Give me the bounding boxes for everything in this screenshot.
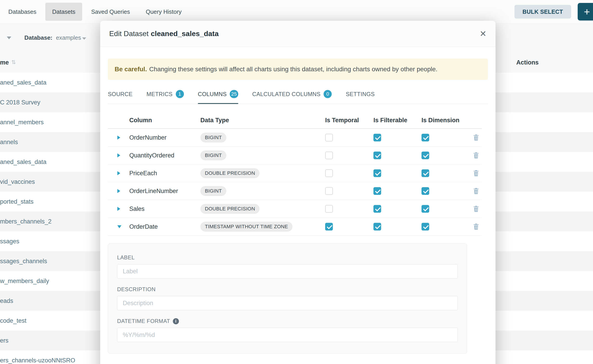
is-temporal-checkbox[interactable]: [325, 223, 333, 230]
close-icon[interactable]: ✕: [480, 30, 487, 38]
database-filter-value[interactable]: examples: [56, 34, 81, 41]
tab-count-badge: 0: [323, 90, 332, 98]
dataset-link[interactable]: code_test: [0, 317, 26, 324]
data-type-pill: DOUBLE PRECISION: [200, 168, 259, 178]
tab-calculated-columns[interactable]: CALCULATED COLUMNS0: [252, 84, 332, 104]
nav-item-saved-queries[interactable]: Saved Queries: [84, 3, 137, 21]
header-data-type: Data Type: [200, 117, 322, 124]
info-icon[interactable]: [173, 318, 179, 324]
data-type-pill: DOUBLE PRECISION: [200, 204, 259, 214]
label-input[interactable]: [117, 264, 458, 279]
dataset-link[interactable]: ported_stats: [0, 198, 34, 205]
delete-column-icon[interactable]: [473, 223, 480, 230]
expand-caret-icon[interactable]: [117, 189, 120, 193]
tab-count-badge: 25: [230, 90, 238, 98]
is-filterable-checkbox[interactable]: [373, 134, 381, 141]
description-input[interactable]: [117, 296, 458, 310]
delete-column-icon[interactable]: [473, 134, 480, 141]
tab-settings[interactable]: SETTINGS: [346, 84, 375, 104]
is-filterable-checkbox[interactable]: [373, 223, 381, 230]
column-name: OrderNumber: [129, 134, 200, 141]
is-dimension-checkbox[interactable]: [422, 205, 429, 213]
bulk-select-button[interactable]: BULK SELECT: [514, 5, 571, 19]
tab-columns[interactable]: COLUMNS25: [198, 84, 238, 104]
tab-label: CALCULATED COLUMNS: [252, 91, 321, 98]
nav-tabs: DatabasesDatasetsSaved QueriesQuery Hist…: [0, 0, 190, 23]
delete-column-icon[interactable]: [473, 152, 480, 159]
dataset-link[interactable]: C 2018 Survey: [0, 99, 40, 106]
tab-label: SETTINGS: [346, 91, 375, 98]
is-dimension-checkbox[interactable]: [422, 187, 429, 195]
dataset-link[interactable]: annels: [0, 139, 18, 146]
dataset-link[interactable]: vid_vaccines: [0, 178, 35, 185]
expand-caret-icon[interactable]: [117, 225, 121, 228]
is-temporal-checkbox[interactable]: [325, 134, 333, 141]
label-field-label-text: LABEL: [117, 254, 135, 261]
modal-header: Edit Datasetcleaned_sales_data ✕: [100, 21, 495, 47]
description-field-label-text: DESCRIPTION: [117, 286, 156, 292]
is-dimension-checkbox[interactable]: [422, 134, 429, 141]
dataset-link[interactable]: aned_sales_data: [0, 79, 46, 86]
is-temporal-checkbox[interactable]: [325, 152, 333, 159]
dataset-link[interactable]: ssages_channels: [0, 258, 47, 265]
chevron-down-icon[interactable]: [82, 38, 86, 40]
datetime-format-input[interactable]: [117, 328, 458, 342]
is-temporal-checkbox[interactable]: [325, 187, 333, 195]
column-detail-panel: LABEL DESCRIPTION DATETIME FORMAT: [108, 243, 467, 354]
name-column-header[interactable]: me: [0, 59, 9, 66]
warning-text: Changing these settings will affect all …: [149, 66, 437, 73]
tab-metrics[interactable]: METRICS1: [146, 84, 184, 104]
delete-column-icon[interactable]: [473, 169, 480, 177]
column-row: OrderNumberBIGINT: [108, 129, 482, 147]
header-is-filterable: Is Filterable: [370, 117, 419, 124]
dataset-link[interactable]: annel_members: [0, 119, 44, 126]
dataset-link[interactable]: w_members_daily: [0, 278, 49, 285]
is-filterable-checkbox[interactable]: [373, 205, 381, 213]
collapse-caret-icon[interactable]: [7, 37, 11, 39]
warning-banner: Be careful. Changing these settings will…: [108, 59, 488, 80]
columns-table-header: Column Data Type Is Temporal Is Filterab…: [108, 112, 482, 129]
data-type-pill: TIMESTAMP WITHOUT TIME ZONE: [200, 222, 292, 232]
label-field-label: LABEL: [117, 254, 458, 261]
nav-item-databases[interactable]: Databases: [2, 3, 43, 21]
datetime-format-field: DATETIME FORMAT: [117, 318, 458, 342]
dataset-link[interactable]: eads: [0, 298, 13, 305]
nav-item-datasets[interactable]: Datasets: [45, 3, 82, 21]
is-filterable-checkbox[interactable]: [373, 187, 381, 195]
is-temporal-checkbox[interactable]: [325, 169, 333, 177]
expand-caret-icon[interactable]: [117, 171, 120, 175]
sort-icon[interactable]: [11, 59, 16, 65]
dataset-link[interactable]: ssages: [0, 238, 20, 245]
add-button[interactable]: +: [578, 3, 593, 20]
dataset-link[interactable]: aned_sales_data: [0, 159, 46, 166]
actions-column-header: Actions: [516, 59, 539, 66]
is-filterable-checkbox[interactable]: [373, 169, 381, 177]
dataset-link[interactable]: mbers_channels_2: [0, 218, 52, 225]
modal-body: Be careful. Changing these settings will…: [100, 59, 495, 363]
description-field: DESCRIPTION: [117, 286, 458, 310]
warning-bold-text: Be careful.: [115, 66, 147, 73]
nav-item-query-history[interactable]: Query History: [139, 3, 188, 21]
tab-label: COLUMNS: [198, 91, 227, 98]
plus-icon: +: [584, 6, 590, 18]
dataset-link[interactable]: ers: [0, 337, 9, 344]
edit-dataset-modal: Edit Datasetcleaned_sales_data ✕ Be care…: [100, 21, 495, 364]
expand-caret-icon[interactable]: [117, 207, 120, 211]
tab-source[interactable]: SOURCE: [108, 84, 132, 104]
datetime-format-field-label: DATETIME FORMAT: [117, 318, 458, 324]
is-dimension-checkbox[interactable]: [422, 223, 429, 230]
header-is-temporal: Is Temporal: [322, 117, 370, 124]
expand-caret-icon[interactable]: [117, 153, 120, 157]
expand-caret-icon[interactable]: [117, 136, 120, 140]
is-dimension-checkbox[interactable]: [422, 152, 429, 159]
column-name: Sales: [129, 205, 200, 212]
is-temporal-checkbox[interactable]: [325, 205, 333, 213]
column-name: QuantityOrdered: [129, 152, 200, 159]
is-filterable-checkbox[interactable]: [373, 152, 381, 159]
column-row: QuantityOrderedBIGINT: [108, 147, 482, 164]
modal-title-prefix: Edit Dataset: [109, 30, 148, 38]
delete-column-icon[interactable]: [473, 187, 480, 195]
is-dimension-checkbox[interactable]: [422, 169, 429, 177]
dataset-link[interactable]: ers_channels-uzooNNtSRO: [0, 357, 75, 364]
delete-column-icon[interactable]: [473, 205, 480, 212]
